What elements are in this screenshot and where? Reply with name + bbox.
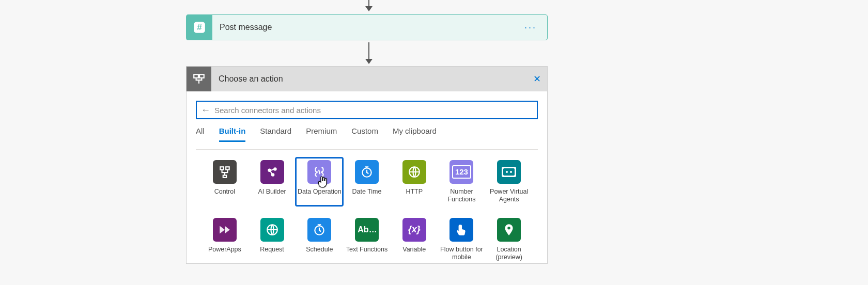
choose-action-panel: Choose an action ✕ ← AllBuilt-inStandard… [186,66,548,264]
connector-variable[interactable]: {x}Variable [391,216,438,263]
back-arrow-icon[interactable]: ← [201,105,210,116]
connector-label: Power Virtual Agents [487,188,531,203]
request-icon [260,218,284,242]
connector-label: Variable [392,246,437,261]
data-operation-icon [307,160,331,184]
step-menu-button[interactable]: ··· [514,22,547,33]
connector-http[interactable]: HTTP [391,158,438,205]
tab-premium[interactable]: Premium [306,126,337,142]
http-icon [402,160,426,184]
connector-label: AI Builder [250,188,295,203]
action-icon [187,67,211,91]
connector-data-operation[interactable]: Data Operation [296,158,343,205]
svg-point-18 [507,227,510,229]
svg-rect-4 [220,167,224,169]
svg-rect-3 [199,74,204,78]
connector-label: Control [203,188,247,203]
panel-header: Choose an action ✕ [187,67,547,91]
connector-label: HTTP [392,188,437,203]
connector-number-functions[interactable]: 123Number Functions [438,158,485,205]
flow-arrow [368,42,369,64]
connector-label: Text Functions [345,246,389,261]
panel-title: Choose an action [211,74,526,84]
step-post-message[interactable]: # Post message ··· [186,14,548,40]
connector-label: Flow button for mobile [439,246,484,261]
connector-grid: ControlAI BuilderData OperationDate Time… [201,158,533,263]
variable-icon: {x} [402,218,426,242]
ai-builder-icon [260,160,284,184]
close-icon[interactable]: ✕ [526,73,547,85]
svg-text:#: # [197,22,202,32]
control-icon [213,160,237,184]
connector-label: Location (preview) [487,246,531,261]
connector-date-time[interactable]: Date Time [344,158,390,205]
connector-label: Data Operation [297,188,342,203]
date-time-icon [355,160,379,184]
connector-flow-button-for-mobile[interactable]: Flow button for mobile [438,216,485,263]
tab-custom[interactable]: Custom [351,126,378,142]
tab-my-clipboard[interactable]: My clipboard [393,126,437,142]
svg-point-14 [506,171,508,173]
svg-rect-5 [226,167,229,169]
connector-text-functions[interactable]: Ab…Text Functions [344,216,390,263]
connector-ai-builder[interactable]: AI Builder [249,158,296,205]
connector-power-virtual-agents[interactable]: Power Virtual Agents [486,158,532,205]
hash-icon: # [187,14,212,40]
connector-powerapps[interactable]: PowerApps [202,216,248,263]
number-functions-icon: 123 [450,160,473,184]
connector-label: Number Functions [439,188,484,203]
flow-button-for-mobile-icon [450,218,473,242]
search-input-wrapper[interactable]: ← [196,101,538,119]
connector-control[interactable]: Control [202,158,248,205]
svg-rect-2 [194,74,198,78]
connector-label: PowerApps [203,246,247,261]
tab-built-in[interactable]: Built-in [219,126,246,142]
connector-schedule[interactable]: Schedule [296,216,343,263]
svg-rect-13 [503,168,515,176]
connector-label: Schedule [297,246,342,261]
connector-request[interactable]: Request [249,216,296,263]
connector-label: Date Time [345,188,389,203]
text-functions-icon: Ab… [355,218,379,242]
svg-point-15 [510,171,512,173]
power-virtual-agents-icon [497,160,521,184]
flow-arrow [368,0,369,11]
step-title: Post message [212,23,514,32]
location-preview-icon [497,218,521,242]
connector-location-preview[interactable]: Location (preview) [486,216,532,263]
svg-rect-6 [223,176,227,178]
tab-all[interactable]: All [196,126,205,142]
schedule-icon [307,218,331,242]
tab-standard[interactable]: Standard [260,126,291,142]
powerapps-icon [213,218,237,242]
filter-tabs: AllBuilt-inStandardPremiumCustomMy clipb… [187,119,547,142]
connector-label: Request [250,246,295,261]
search-input[interactable] [213,105,533,115]
